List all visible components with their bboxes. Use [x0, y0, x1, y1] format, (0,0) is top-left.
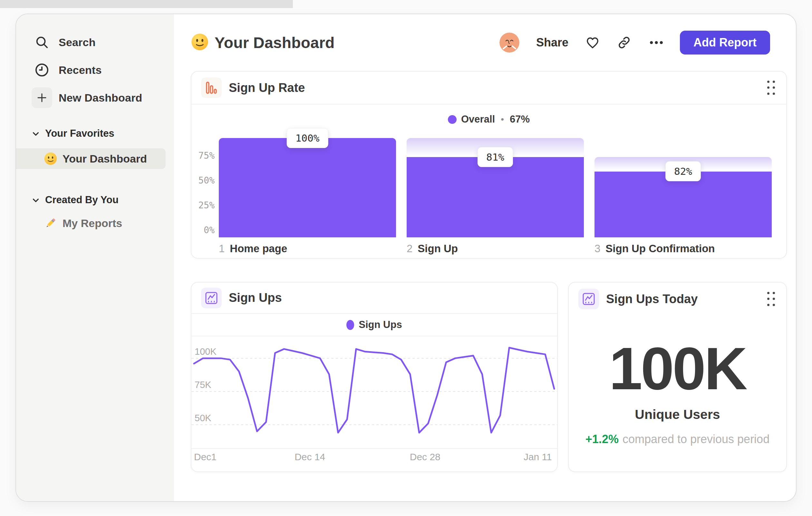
section-title: Your Favorites: [45, 128, 114, 139]
clock-icon: [32, 60, 52, 80]
sidebar-item-label: Recents: [59, 64, 102, 76]
funnel-bar-fill: [219, 138, 396, 237]
funnel-y-tick: 50%: [192, 176, 214, 185]
metric-value: 100K: [609, 338, 746, 399]
step-name: Sign Up: [417, 243, 458, 255]
funnel-step-labels: 1Home page2Sign Up3Sign Up Confirmation: [219, 243, 772, 255]
metric-body: 100K Unique Users +1.2%compared to previ…: [569, 316, 786, 446]
sidebar-item-label: Search: [59, 36, 96, 49]
legend-dot: [448, 115, 457, 124]
sidebar: Search Recents New Dashboard: [16, 14, 174, 501]
chevron-down-icon: [31, 195, 40, 205]
funnel-bar-3[interactable]: 82%: [594, 138, 772, 237]
line-chart-icon: [201, 288, 222, 308]
card-title: Sign Up Rate: [229, 81, 305, 95]
step-number: 1: [219, 243, 225, 255]
card-title: Sign Ups: [229, 291, 282, 305]
page-title: Your Dashboard: [214, 34, 335, 52]
funnel-y-tick: 25%: [192, 201, 214, 210]
sidebar-item-my-reports[interactable]: My Reports: [16, 213, 166, 234]
funnel-y-axis: 75%50%25%0%: [192, 138, 214, 237]
add-report-button[interactable]: Add Report: [680, 31, 770, 55]
line-x-axis: Dec1Dec 14Dec 28Jan 11: [192, 452, 557, 468]
card-sign-ups: Sign Ups Sign Ups 100K75K50K Dec1Dec 14D…: [191, 282, 558, 472]
line-x-tick: Dec 28: [410, 452, 440, 462]
chevron-down-icon: [31, 129, 40, 138]
pencil-emoji: [44, 216, 57, 230]
step-number: 3: [594, 243, 600, 255]
sign-ups-line: [192, 337, 557, 449]
line-chart-icon: [578, 289, 599, 309]
funnel-y-tick: 0%: [192, 226, 214, 235]
funnel-y-tick: 75%: [192, 151, 214, 160]
copy-link-icon[interactable]: [617, 35, 632, 50]
metric-delta-text: compared to previous period: [622, 432, 770, 446]
smiley-emoji: [191, 33, 209, 52]
line-y-tick: 100K: [195, 346, 216, 357]
line-y-tick: 50K: [195, 412, 211, 424]
section-created-by-you[interactable]: Created By You: [16, 193, 174, 207]
window-artifact-strip: [0, 0, 293, 8]
step-name: Sign Up Confirmation: [605, 243, 715, 255]
funnel-step-label: 3Sign Up Confirmation: [594, 243, 772, 255]
sidebar-item-new-dashboard[interactable]: New Dashboard: [16, 84, 174, 112]
share-button[interactable]: Share: [536, 36, 569, 49]
section-title: Created By You: [45, 194, 119, 206]
plus-icon: [32, 87, 52, 108]
metric-delta: +1.2%compared to previous period: [585, 432, 770, 446]
drag-handle-icon[interactable]: [765, 290, 777, 308]
favorite-heart-icon[interactable]: [585, 35, 600, 50]
metric-label: Unique Users: [635, 407, 720, 422]
sidebar-item-your-dashboard[interactable]: Your Dashboard: [16, 148, 166, 169]
funnel-value-label: 100%: [287, 128, 328, 148]
main-content: Your Dashboard Share: [174, 14, 796, 501]
step-name: Home page: [230, 243, 287, 255]
funnel-step-label: 2Sign Up: [407, 243, 584, 255]
metric-delta-value: +1.2%: [585, 432, 619, 446]
avatar[interactable]: [499, 33, 519, 53]
drag-handle-icon[interactable]: [765, 79, 777, 97]
sidebar-item-label: My Reports: [62, 217, 122, 229]
legend-separator: •: [499, 114, 505, 125]
line-legend: Sign Ups: [192, 314, 557, 336]
card-sign-up-rate: Sign Up Rate Overall • 67% 75%50%25%0% 1…: [191, 71, 787, 259]
funnel-legend: Overall • 67%: [192, 112, 786, 127]
sidebar-item-label: New Dashboard: [59, 91, 142, 104]
funnel-value-label: 82%: [665, 161, 701, 181]
line-x-tick: Dec1: [194, 452, 216, 462]
funnel-bar-1[interactable]: 100%: [219, 138, 396, 237]
sidebar-item-label: Your Dashboard: [62, 153, 147, 165]
funnel-chart-icon: [201, 77, 222, 98]
legend-label: Overall: [461, 113, 495, 125]
legend-value: 67%: [510, 113, 530, 125]
dashboard-header: Your Dashboard Share: [191, 30, 770, 55]
funnel-bar-2[interactable]: 81%: [407, 138, 584, 237]
legend-dot: [346, 320, 354, 330]
card-sign-ups-today: Sign Ups Today 100K Unique Users +1.2%co…: [568, 282, 787, 472]
sidebar-item-search[interactable]: Search: [16, 28, 174, 56]
search-icon: [32, 32, 52, 53]
funnel-step-label: 1Home page: [219, 243, 396, 255]
line-x-tick: Jan 11: [524, 452, 552, 462]
card-header: Sign Ups: [192, 282, 557, 314]
line-y-tick: 75K: [195, 379, 211, 390]
more-options-icon[interactable]: [648, 35, 663, 50]
section-your-favorites[interactable]: Your Favorites: [16, 127, 174, 141]
card-header: Sign Up Rate: [192, 72, 786, 105]
line-plot: 100K75K50K: [192, 337, 557, 449]
funnel-value-label: 81%: [477, 147, 513, 167]
legend-label: Sign Ups: [359, 319, 402, 331]
smiley-emoji: [44, 152, 57, 165]
line-x-tick: Dec 14: [294, 452, 325, 462]
step-number: 2: [407, 243, 412, 255]
card-title: Sign Ups Today: [606, 292, 698, 306]
sidebar-item-recents[interactable]: Recents: [16, 56, 174, 84]
app-window: Search Recents New Dashboard: [16, 13, 796, 502]
funnel-bars: 100%81%82%: [219, 138, 772, 237]
card-header: Sign Ups Today: [569, 282, 786, 316]
funnel-bar-fill: [407, 157, 584, 237]
